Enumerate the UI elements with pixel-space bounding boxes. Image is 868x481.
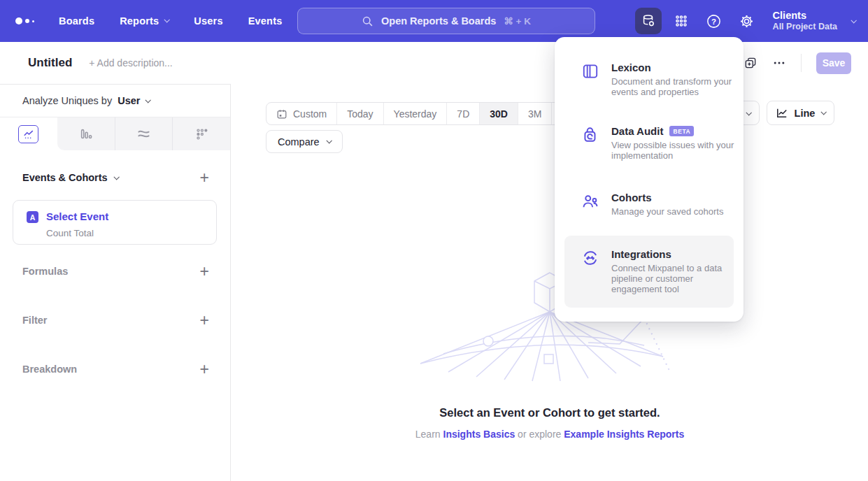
- nav-label: Users: [194, 15, 222, 27]
- more-horizontal-icon: [772, 56, 786, 70]
- nav-item-events[interactable]: Events: [248, 15, 283, 27]
- nav-label: Boards: [59, 15, 94, 27]
- search-placeholder: Open Reports & Boards: [381, 15, 496, 27]
- add-description-field[interactable]: + Add description...: [89, 57, 172, 69]
- tab-line-chart[interactable]: [0, 117, 57, 150]
- date-range-3m[interactable]: 3M: [518, 103, 551, 124]
- compare-dropdown[interactable]: Compare: [266, 130, 343, 153]
- seg-label: 3M: [528, 108, 541, 120]
- nav-item-reports[interactable]: Reports: [120, 15, 169, 27]
- menu-item-title: Integrations: [611, 248, 671, 260]
- compare-label: Compare: [278, 136, 320, 148]
- help-icon: ?: [706, 13, 722, 29]
- insights-basics-link[interactable]: Insights Basics: [443, 429, 515, 440]
- nav-label: Events: [248, 15, 283, 27]
- section-label: Formulas: [22, 266, 68, 277]
- menu-item-text: Integrations Connect Mixpanel to a data …: [611, 248, 736, 295]
- menu-item-desc: Connect Mixpanel to a data pipeline or c…: [611, 263, 736, 295]
- analyze-label: Analyze Uniques by: [22, 95, 112, 106]
- learn-prefix: Learn: [415, 429, 441, 440]
- search-shortcut: ⌘ + K: [504, 15, 531, 27]
- header-actions: Save: [744, 52, 851, 74]
- mixpanel-logo[interactable]: [15, 17, 46, 24]
- add-event-button[interactable]: +: [200, 171, 209, 184]
- date-range-yesterday[interactable]: Yesterday: [383, 103, 447, 124]
- menu-item-lexicon[interactable]: Lexicon Document and transform your even…: [566, 62, 732, 97]
- analyze-row: Analyze Uniques by User: [0, 85, 230, 117]
- date-range-control: Custom Today Yesterday 7D 30D 3M 6M: [266, 102, 586, 125]
- section-label: Filter: [22, 315, 47, 326]
- beta-badge: BETA: [669, 126, 694, 136]
- event-row-card[interactable]: A Select Event Count Total: [13, 200, 217, 245]
- menu-item-integrations[interactable]: Integrations Connect Mixpanel to a data …: [564, 236, 734, 308]
- chart-style-dropdown[interactable]: Line: [767, 101, 834, 125]
- seg-label: Custom: [293, 108, 327, 120]
- section-label: Breakdown: [22, 364, 77, 375]
- apps-grid-button[interactable]: [668, 8, 695, 34]
- report-title[interactable]: Untitled: [28, 56, 72, 70]
- project-selector[interactable]: Clients All Project Data: [760, 9, 855, 33]
- menu-item-cohorts[interactable]: Cohorts Manage your saved cohorts: [566, 192, 732, 217]
- more-options-button[interactable]: [772, 56, 786, 70]
- project-info: Clients All Project Data: [773, 9, 837, 33]
- bar-chart-icon: [79, 127, 93, 141]
- breakdown-label: Breakdown: [22, 364, 77, 375]
- filter-label: Filter: [22, 315, 47, 326]
- nav-item-boards[interactable]: Boards: [59, 15, 94, 27]
- chevron-down-icon: [851, 17, 856, 23]
- divider: [801, 54, 802, 72]
- svg-text:?: ?: [711, 17, 716, 25]
- line-chart-icon: [18, 125, 38, 143]
- breakdown-section-header: Breakdown +: [22, 363, 209, 375]
- top-navbar: Boards Reports Users Events Open Reports…: [0, 0, 868, 42]
- grid-icon: [674, 13, 689, 29]
- flow-icon: [136, 127, 151, 141]
- main-nav: Boards Reports Users Events: [59, 15, 282, 27]
- settings-button[interactable]: [734, 8, 760, 34]
- duplicate-button[interactable]: [744, 56, 757, 70]
- duplicate-icon: [744, 56, 757, 70]
- date-range-custom[interactable]: Custom: [266, 103, 336, 124]
- nav-item-users[interactable]: Users: [194, 15, 222, 27]
- date-range-30d-selected[interactable]: 30D: [479, 103, 518, 124]
- add-filter-button[interactable]: +: [200, 314, 209, 326]
- calendar-icon: [276, 108, 287, 120]
- add-formula-button[interactable]: +: [200, 265, 209, 278]
- menu-item-desc: Manage your saved cohorts: [611, 206, 736, 217]
- count-type-dropdown[interactable]: Count Total: [46, 228, 94, 238]
- gear-icon: [739, 13, 755, 29]
- date-range-today[interactable]: Today: [336, 103, 383, 124]
- chevron-down-icon: [164, 17, 170, 22]
- tab-bar-chart[interactable]: [57, 117, 115, 150]
- save-button[interactable]: Save: [816, 52, 851, 74]
- events-section-toggle[interactable]: Events & Cohorts: [22, 172, 118, 183]
- example-reports-link[interactable]: Example Insights Reports: [564, 429, 684, 440]
- formulas-section-header: Formulas +: [22, 265, 209, 278]
- formulas-label: Formulas: [22, 266, 68, 277]
- tab-flow-chart[interactable]: [115, 117, 173, 150]
- menu-item-data-audit[interactable]: Data Audit BETA View possible issues wit…: [566, 125, 732, 161]
- navbar-right: ? Clients All Project Data: [629, 0, 855, 42]
- add-breakdown-button[interactable]: +: [200, 363, 209, 375]
- help-button[interactable]: ?: [701, 8, 727, 34]
- seg-label: 7D: [457, 108, 469, 120]
- date-range-7d[interactable]: 7D: [446, 103, 479, 124]
- series-badge: A: [27, 211, 38, 223]
- analyze-value-dropdown[interactable]: User: [118, 95, 140, 106]
- report-canvas: Custom Today Yesterday 7D 30D 3M 6M Line…: [232, 84, 868, 481]
- search-icon: [362, 15, 373, 27]
- data-management-button[interactable]: [635, 8, 662, 34]
- nav-label: Reports: [120, 15, 159, 27]
- menu-item-text: Data Audit BETA View possible issues wit…: [611, 125, 736, 161]
- tab-scatter-chart[interactable]: [172, 117, 230, 150]
- global-search-bar[interactable]: Open Reports & Boards ⌘ + K: [297, 8, 595, 34]
- select-event-button[interactable]: Select Event: [46, 210, 108, 222]
- empty-state-title: Select an Event or Cohort to get started…: [232, 406, 868, 419]
- cohorts-people-icon: [581, 192, 599, 217]
- chart-type-tabs: [0, 117, 230, 150]
- chart-style-label: Line: [795, 108, 816, 119]
- query-builder-sidebar: Analyze Uniques by User: [0, 84, 231, 481]
- data-audit-icon: [581, 126, 599, 161]
- middle-text: or explore: [518, 429, 561, 440]
- filter-section-header: Filter +: [22, 314, 209, 326]
